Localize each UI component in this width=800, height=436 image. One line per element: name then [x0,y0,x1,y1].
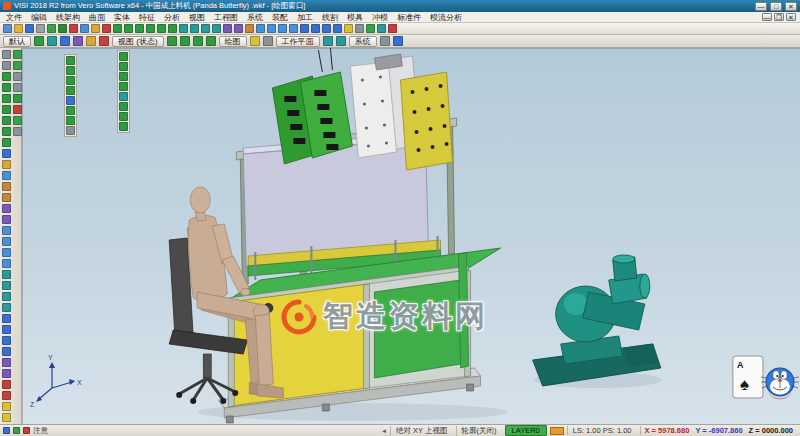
body-filter-icon[interactable] [119,82,128,91]
cut-icon[interactable] [69,24,78,33]
mdi-restore-button[interactable]: ❐ [774,13,784,21]
shade-toggle-icon[interactable] [66,106,75,115]
view-side-icon[interactable] [193,36,203,46]
workplane-icon[interactable] [377,24,386,33]
menu-wireframe[interactable]: 线架构 [52,12,84,23]
hatch-tool-icon[interactable] [2,413,11,422]
menu-machining[interactable]: 加工 [293,12,317,23]
viewport-3d[interactable]: Y X Z A ♠ [22,48,800,424]
wire-filter-icon[interactable] [119,92,128,101]
select-icon[interactable] [2,50,11,59]
menu-assembly[interactable]: 装配 [268,12,292,23]
workplane-custom-icon[interactable] [336,36,346,46]
text-tool-icon[interactable] [2,149,11,158]
render-shaded-icon[interactable] [250,36,260,46]
menu-view[interactable]: 视图 [185,12,209,23]
active-layer-indicator[interactable]: LAYER0 [505,425,547,436]
move-tool-icon[interactable] [2,226,11,235]
open-file-icon[interactable] [14,24,23,33]
draw-button[interactable]: 绘图 [219,36,247,47]
mirror-icon[interactable] [256,24,265,33]
selection-filter-icon[interactable] [2,61,11,70]
save-icon[interactable] [25,24,34,33]
extend-tool-icon[interactable] [2,193,11,202]
workplane-button[interactable]: 工作平面 [276,36,320,47]
view-state-button[interactable]: 视图 (状态) [112,36,164,47]
surface-group-icon[interactable] [47,36,57,46]
print-icon[interactable] [36,24,45,33]
render-wire-icon[interactable] [263,36,273,46]
system-button[interactable]: 系统 [349,36,377,47]
solid-tool-icon[interactable] [2,314,11,323]
pan-icon[interactable] [333,24,342,33]
profile-default-button[interactable]: 默认 [3,36,31,47]
chamfer-tool-icon[interactable] [2,215,11,224]
zoom-out-icon[interactable] [311,24,320,33]
robot-model[interactable] [533,255,661,386]
zoom-fit-icon[interactable] [322,24,331,33]
menu-system[interactable]: 系统 [243,12,267,23]
arc-icon[interactable] [135,24,144,33]
visibility-icon[interactable] [13,61,22,70]
snap-mid-icon[interactable] [119,112,128,121]
circle-tool-icon[interactable] [2,116,11,125]
status-snap-icon[interactable] [13,427,20,434]
snap-end-icon[interactable] [119,102,128,111]
minimize-button[interactable]: — [755,2,767,11]
wireframe-group-icon[interactable] [34,36,44,46]
fillet-tool-icon[interactable] [2,204,11,213]
edge-filter-icon[interactable] [119,62,128,71]
snap-settings-icon[interactable] [13,72,22,81]
revolve-tool-icon[interactable] [2,336,11,345]
status-coord-mode-icon[interactable] [3,427,10,434]
group-tool-icon[interactable] [2,281,11,290]
menu-solid[interactable]: 实体 [110,12,134,23]
annotation-tool-icon[interactable] [2,402,11,411]
menu-flow-analysis[interactable]: 模流分析 [426,12,466,23]
status-grid-icon[interactable] [23,427,30,434]
dimension-tool-icon[interactable] [2,380,11,389]
move-icon[interactable] [267,24,276,33]
delete-icon[interactable] [102,24,111,33]
revolve-icon[interactable] [212,24,221,33]
surface-icon[interactable] [179,24,188,33]
rotate-tool-icon[interactable] [2,237,11,246]
line-icon[interactable] [124,24,133,33]
fillet-icon[interactable] [223,24,232,33]
shade-mode-icon[interactable] [344,24,353,33]
menu-edit[interactable]: 编辑 [27,12,51,23]
block-tool-icon[interactable] [2,292,11,301]
measure-tool-icon[interactable] [2,391,11,400]
help-icon[interactable] [393,36,403,46]
menu-standard-parts[interactable]: 标准件 [393,12,425,23]
menu-file[interactable]: 文件 [2,12,26,23]
view-mode-indicator[interactable]: 绝对 XY 上视图 [390,426,453,436]
surface-tool-icon[interactable] [2,303,11,312]
boolean-tool-icon[interactable] [2,369,11,378]
redo-icon[interactable] [58,24,67,33]
view-previous-icon[interactable] [66,96,75,105]
menu-drafting[interactable]: 工程图 [210,12,242,23]
solid-icon[interactable] [190,24,199,33]
point-tool-icon[interactable] [2,72,11,81]
arc-tool-icon[interactable] [2,105,11,114]
menu-surface[interactable]: 曲面 [85,12,109,23]
zoom-in-icon[interactable] [300,24,309,33]
trim-icon[interactable] [245,24,254,33]
mdi-minimize-button[interactable]: — [762,13,772,21]
menu-analysis[interactable]: 分析 [160,12,184,23]
menu-die[interactable]: 冲模 [368,12,392,23]
view-front-icon[interactable] [180,36,190,46]
scale-tool-icon[interactable] [2,248,11,257]
wireframe-mode-icon[interactable] [355,24,364,33]
copy-icon[interactable] [80,24,89,33]
mirror-tool-icon[interactable] [2,171,11,180]
vertex-filter-icon[interactable] [119,72,128,81]
circle-icon[interactable] [146,24,155,33]
options-icon[interactable] [380,36,390,46]
solid-group-icon[interactable] [60,36,70,46]
viewport-settings-icon[interactable] [66,126,75,135]
undo-tool-icon[interactable] [13,116,22,125]
grid-toggle-icon[interactable] [13,83,22,92]
spline-tool-icon[interactable] [2,138,11,147]
